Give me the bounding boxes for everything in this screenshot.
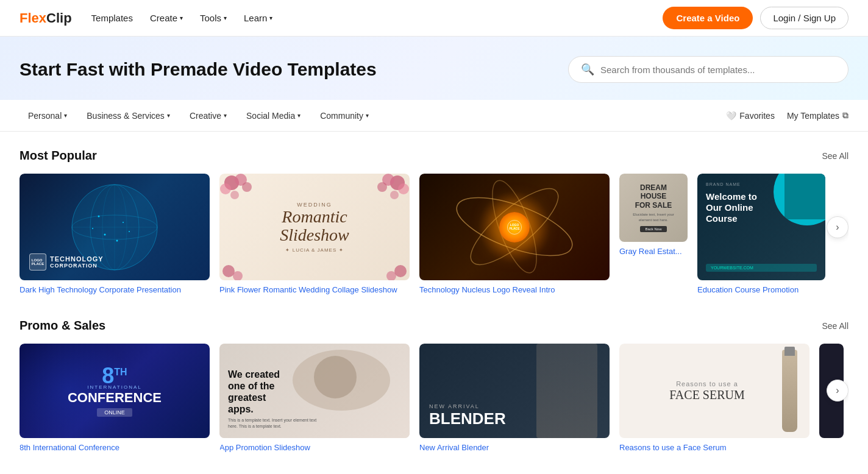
- favorites-button[interactable]: 🤍 Favorites: [726, 111, 775, 121]
- section-header: Promo & Sales See All: [20, 319, 848, 333]
- chevron-down-icon: ▾: [297, 112, 301, 119]
- svg-point-23: [222, 265, 235, 277]
- card-food-app[interactable]: We createdone of thegreatestapps. This i…: [219, 344, 410, 452]
- svg-point-12: [116, 240, 118, 242]
- category-links: Personal ▾ Business & Services ▾ Creativ…: [20, 107, 726, 124]
- chevron-down-icon: ▾: [167, 112, 170, 119]
- cat-social-media[interactable]: Social Media ▾: [238, 107, 309, 124]
- login-button[interactable]: Login / Sign Up: [760, 7, 848, 29]
- card-title: Education Course Promotion: [697, 285, 825, 294]
- promo-sales-section: Promo & Sales See All 8TH INTERNATIONAL …: [20, 319, 848, 452]
- svg-point-10: [129, 231, 130, 232]
- card-wedding[interactable]: WEDDING RomanticSlideshow ✦ LUCIA & JAME…: [219, 174, 410, 294]
- tech-logo-badge: LOGOPLACE TECHNOLOGY CORPORATION: [29, 253, 104, 271]
- svg-point-21: [377, 182, 387, 192]
- card-realestate[interactable]: DREAMHOUSEFOR SALE Elucidate text, Inser…: [619, 174, 688, 294]
- main-content: Most Popular See All: [0, 132, 868, 474]
- chevron-down-icon: ▾: [224, 15, 227, 21]
- section-title: Most Popular: [20, 149, 97, 163]
- card-title: Technology Nucleus Logo Reveal Intro: [419, 285, 610, 294]
- svg-point-8: [123, 222, 124, 223]
- card-tech-corp[interactable]: LOGOPLACE TECHNOLOGY CORPORATION Dark Hi…: [20, 174, 210, 294]
- cat-community[interactable]: Community ▾: [311, 107, 377, 124]
- cat-personal[interactable]: Personal ▾: [20, 107, 76, 124]
- section-header: Most Popular See All: [20, 149, 848, 163]
- nav-links: Templates Create ▾ Tools ▾ Learn ▾: [91, 13, 663, 23]
- cards-row: LOGOPLACE TECHNOLOGY CORPORATION Dark Hi…: [20, 174, 848, 294]
- svg-point-7: [98, 216, 100, 218]
- svg-point-15: [220, 183, 231, 194]
- search-bar[interactable]: 🔍: [568, 56, 848, 83]
- cat-right: 🤍 Favorites My Templates ⧉: [726, 110, 848, 121]
- my-templates-button[interactable]: My Templates ⧉: [787, 110, 848, 121]
- card-education[interactable]: BRAND NAME Welcome toOur OnlineCourse YO…: [697, 174, 825, 294]
- card-title: Pink Flower Romantic Wedding Collage Sli…: [219, 285, 410, 294]
- cards-container: 8TH INTERNATIONAL CONFERENCE ONLINE 8th …: [20, 344, 848, 452]
- next-arrow-button[interactable]: ›: [827, 216, 848, 238]
- logo[interactable]: FlexClip: [20, 10, 72, 26]
- svg-point-22: [390, 191, 399, 199]
- cards-row: 8TH INTERNATIONAL CONFERENCE ONLINE 8th …: [20, 344, 848, 452]
- chevron-down-icon: ▾: [224, 112, 227, 119]
- card-title: Gray Real Estat...: [619, 247, 688, 256]
- nav-templates[interactable]: Templates: [91, 13, 133, 23]
- cards-container: LOGOPLACE TECHNOLOGY CORPORATION Dark Hi…: [20, 174, 848, 294]
- search-icon: 🔍: [581, 63, 594, 76]
- chevron-down-icon: ▾: [180, 15, 183, 21]
- card-title: New Arrival Blender: [419, 443, 610, 452]
- chevron-down-icon: ▾: [64, 112, 67, 119]
- card-title: App Promotion Slideshow: [219, 443, 410, 452]
- svg-point-25: [394, 265, 407, 277]
- nav-create[interactable]: Create ▾: [150, 13, 183, 23]
- search-input[interactable]: [600, 65, 836, 75]
- create-video-button[interactable]: Create a Video: [663, 7, 753, 29]
- see-all-button[interactable]: See All: [822, 321, 848, 331]
- svg-point-16: [242, 182, 252, 192]
- section-title: Promo & Sales: [20, 319, 105, 333]
- svg-point-17: [230, 191, 239, 199]
- see-all-button[interactable]: See All: [822, 151, 848, 161]
- next-arrow-button[interactable]: ›: [827, 380, 848, 401]
- logo-text: FlexClip: [20, 10, 72, 26]
- svg-point-11: [92, 228, 93, 229]
- navbar: FlexClip Templates Create ▾ Tools ▾ Lear…: [0, 0, 868, 37]
- card-title: Reasons to use a Face Serum: [619, 443, 809, 452]
- most-popular-section: Most Popular See All: [20, 149, 848, 294]
- card-blender[interactable]: NEW ARRIVAL BLENDER New Arrival Blender: [419, 344, 610, 452]
- heart-icon: 🤍: [726, 111, 736, 121]
- cat-business[interactable]: Business & Services ▾: [78, 107, 179, 124]
- card-title: 8th International Conference: [20, 443, 210, 452]
- chevron-down-icon: ▾: [269, 15, 272, 21]
- hero-banner: Start Fast with Premade Video Templates …: [0, 37, 868, 100]
- card-nucleus[interactable]: LOGOPLACE Technology Nucleus Logo Reveal…: [419, 174, 610, 294]
- svg-point-20: [398, 183, 409, 194]
- hero-title: Start Fast with Premade Video Templates: [20, 59, 377, 80]
- nav-right: Create a Video Login / Sign Up: [663, 7, 848, 29]
- card-title: Dark High Technology Corporate Presentat…: [20, 285, 210, 294]
- layers-icon: ⧉: [842, 110, 848, 121]
- category-nav: Personal ▾ Business & Services ▾ Creativ…: [0, 100, 868, 132]
- svg-point-9: [104, 234, 106, 236]
- cat-creative[interactable]: Creative ▾: [181, 107, 235, 124]
- chevron-down-icon: ▾: [366, 112, 369, 119]
- nav-tools[interactable]: Tools ▾: [200, 13, 227, 23]
- nav-learn[interactable]: Learn ▾: [244, 13, 272, 23]
- card-conference[interactable]: 8TH INTERNATIONAL CONFERENCE ONLINE 8th …: [20, 344, 210, 452]
- card-serum[interactable]: Reasons to use a FACE SERUM Reasons to u…: [619, 344, 809, 452]
